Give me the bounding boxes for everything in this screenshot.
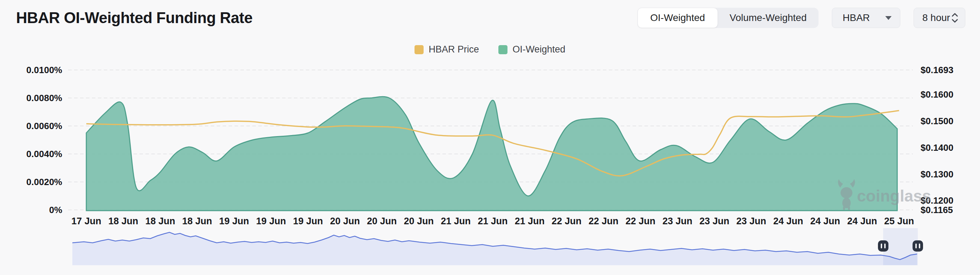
svg-text:21 Jun: 21 Jun [441,216,471,226]
svg-text:20 Jun: 20 Jun [367,216,397,226]
svg-text:22 Jun: 22 Jun [625,216,655,226]
svg-text:$0.1400: $0.1400 [921,142,953,153]
svg-text:$0.1500: $0.1500 [921,116,953,126]
svg-text:23 Jun: 23 Jun [699,216,729,226]
svg-text:22 Jun: 22 Jun [589,216,619,226]
range-navigator[interactable] [72,228,923,265]
funding-chart-canvas[interactable]: 0.0100%0.0080%0.0060%0.0040%0.0020%0%$0.… [0,0,980,275]
svg-text:19 Jun: 19 Jun [293,216,323,226]
svg-text:19 Jun: 19 Jun [256,216,286,226]
svg-text:20 Jun: 20 Jun [404,216,434,226]
svg-text:23 Jun: 23 Jun [737,216,767,226]
funding-rate-page: HBAR OI-Weighted Funding Rate OI-Weighte… [0,0,980,275]
watermark-text: coinglass [857,187,931,205]
navigator-handle-left[interactable] [878,240,888,251]
svg-text:18 Jun: 18 Jun [182,216,212,226]
svg-text:20 Jun: 20 Jun [330,216,360,226]
svg-text:$0.1600: $0.1600 [921,89,953,100]
svg-text:21 Jun: 21 Jun [478,216,508,226]
svg-text:$0.1165: $0.1165 [921,205,953,215]
svg-text:0.0080%: 0.0080% [26,93,62,103]
svg-text:0.0060%: 0.0060% [26,121,62,131]
svg-text:25 Jun: 25 Jun [884,216,914,226]
svg-text:21 Jun: 21 Jun [515,216,545,226]
svg-text:0.0020%: 0.0020% [26,177,62,187]
svg-text:0.0100%: 0.0100% [26,65,62,75]
x-axis-labels: 17 Jun18 Jun18 Jun18 Jun19 Jun19 Jun19 J… [71,216,914,226]
svg-text:17 Jun: 17 Jun [71,216,101,226]
svg-text:22 Jun: 22 Jun [552,216,582,226]
svg-text:24 Jun: 24 Jun [847,216,877,226]
navigator-handle-right[interactable] [913,240,923,251]
svg-text:24 Jun: 24 Jun [810,216,840,226]
svg-text:$0.1693: $0.1693 [921,65,953,75]
svg-text:18 Jun: 18 Jun [145,216,175,226]
svg-text:18 Jun: 18 Jun [108,216,138,226]
svg-text:$0.1300: $0.1300 [921,169,953,179]
svg-text:0.0040%: 0.0040% [26,149,62,159]
svg-text:23 Jun: 23 Jun [662,216,692,226]
svg-text:19 Jun: 19 Jun [219,216,249,226]
left-axis-labels: 0.0100%0.0080%0.0060%0.0040%0.0020%0% [26,65,62,215]
svg-text:24 Jun: 24 Jun [773,216,803,226]
svg-text:0%: 0% [49,205,62,215]
